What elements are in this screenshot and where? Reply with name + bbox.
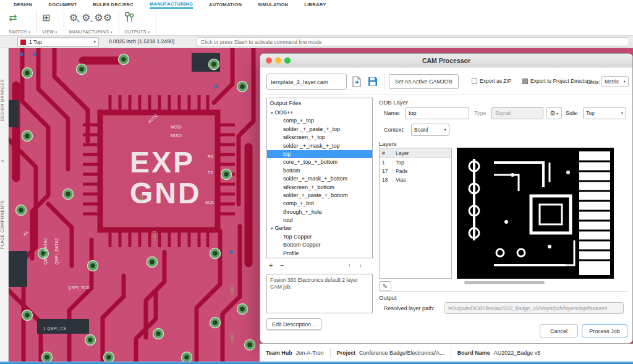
units-select[interactable]: Metric▾: [601, 76, 629, 87]
export-project-dir-checkbox[interactable]: Export to Project Directory: [522, 78, 592, 84]
output-file-bottom[interactable]: bottom: [267, 167, 372, 175]
pcb-silkscreen-label: SCK: [205, 200, 215, 205]
dialog-titlebar[interactable]: CAM Processor: [260, 54, 632, 67]
output-file-odb[interactable]: ▾ODB++: [267, 109, 372, 117]
add-output-button[interactable]: +: [269, 261, 273, 269]
toolbar-group-label[interactable]: VIEW ▾: [42, 30, 57, 34]
edit-layers-pencil-icon[interactable]: ✎: [379, 281, 391, 291]
pcb-silkscreen-label: +3V3: [230, 285, 234, 295]
section-divider: [260, 95, 632, 95]
output-file-silkscreen-bottom[interactable]: silkscreen_+_bottom: [267, 184, 372, 192]
layers-table: #Layer 1Top17Pads18Vias: [379, 148, 452, 279]
cam-processor-dialog: CAM Processor template_2_layer.cam Set A…: [260, 53, 633, 344]
layer-row-vias[interactable]: 18Vias: [380, 176, 451, 184]
expand-caret-icon[interactable]: ▾: [271, 111, 273, 115]
board-name-status: Board Name AU2022_Badge v5: [451, 344, 547, 362]
pcb-silkscreen-label: +3V3: [140, 193, 144, 204]
output-file-silkscreen-top[interactable]: silkscreen_+_top: [267, 133, 372, 142]
context-label: Context:: [384, 127, 405, 133]
pcb-silkscreen-label: +3V3: [152, 231, 156, 241]
place-components-tab[interactable]: PLACE COMPONENTS: [0, 178, 9, 271]
layers-col-: #: [380, 150, 393, 156]
output-file-top[interactable]: top: [267, 150, 372, 158]
layer-selector[interactable]: 1 Top ▾: [17, 37, 99, 47]
grid-view-icon[interactable]: ⊞: [42, 13, 50, 23]
output-file-top-copper[interactable]: Top Copper: [267, 233, 372, 241]
project-status: Project Conference Badge/Electronics/A..…: [331, 344, 451, 362]
command-line-input[interactable]: [197, 37, 629, 46]
output-file-through-hole[interactable]: through_+_hole: [267, 208, 372, 216]
output-file-gerber[interactable]: ▾Gerber: [267, 224, 372, 232]
output-file-rout[interactable]: rout: [267, 216, 372, 224]
switch-icon[interactable]: ⇄: [9, 13, 17, 23]
checkbox-label: Export to Project Directory: [530, 78, 592, 84]
resolved-path-label: Resolved layer path:: [384, 305, 435, 311]
menu-rules-drc-erc[interactable]: RULES DRC/ERC: [93, 1, 134, 8]
layers-col-layer: Layer: [393, 150, 451, 156]
toolbar-group-label[interactable]: SWITCH ▾: [9, 30, 30, 34]
output-file-comp-top[interactable]: comp_+_top: [267, 117, 372, 125]
side-select[interactable]: Top▾: [583, 107, 626, 119]
output-file-core-top-bottom[interactable]: core_+_top_+_bottom: [267, 158, 372, 166]
menu-manufacturing[interactable]: MANUFACTURING: [150, 0, 193, 9]
checkbox-icon[interactable]: [522, 78, 528, 84]
pcb-silkscreen-label: TX: [208, 171, 213, 175]
chevron-down-icon: ▾: [93, 40, 96, 44]
status-footer: Team Hub Jon-A-Tron Project Conference B…: [260, 344, 633, 362]
testpoint-icon[interactable]: [124, 12, 134, 25]
output-file-solder-paste-top[interactable]: solder _+_paste_+_top: [267, 125, 372, 133]
layer-row-pads[interactable]: 17Pads: [380, 167, 451, 176]
preview-scrollbar[interactable]: [464, 281, 545, 284]
checkbox-icon[interactable]: [472, 78, 477, 84]
export-zip-checkbox[interactable]: Export as ZIP: [472, 78, 512, 84]
menu-design[interactable]: DESIGN: [14, 1, 33, 8]
layer-row-top[interactable]: 1Top: [380, 158, 451, 167]
app-window: DESIGNDOCUMENTRULES DRC/ERCMANUFACTURING…: [0, 0, 633, 364]
menu-automation[interactable]: AUTOMATION: [209, 1, 242, 8]
output-file-comp-bot[interactable]: comp_+_bot: [267, 200, 372, 208]
panel-expand-icon[interactable]: »: [1, 158, 4, 164]
load-camjob-icon[interactable]: [349, 74, 364, 89]
output-file-solder-mask-top[interactable]: solder _+_mask_+_top: [267, 142, 372, 150]
move-up-icon[interactable]: ↑: [348, 261, 351, 269]
move-down-icon[interactable]: ↓: [359, 261, 362, 269]
gear-edit-icon[interactable]: ⚙✎: [69, 13, 78, 23]
layers-header: Layers: [379, 140, 397, 147]
output-file-profile[interactable]: Profile: [267, 250, 372, 258]
process-job-button[interactable]: Process Job: [582, 324, 627, 337]
save-camjob-icon[interactable]: [365, 74, 380, 89]
layer-settings-gear-icon[interactable]: ⚙▾: [546, 107, 562, 119]
toolbar-group-label[interactable]: OUTPUTS ▾: [124, 30, 150, 34]
camjob-description[interactable]: Fusion 360 Electronics default 2 layer C…: [266, 274, 373, 313]
toolbar-divider: [156, 11, 156, 33]
expand-caret-icon[interactable]: ▾: [271, 226, 273, 231]
gear-inspect-icon[interactable]: ⚙⌖: [82, 13, 90, 23]
menu-library[interactable]: LIBRARY: [304, 1, 326, 8]
output-file-solder-paste-bottom[interactable]: solder_+_paste_+_bottom: [267, 192, 372, 200]
menu-simulation[interactable]: SIMULATION: [258, 1, 288, 8]
gears-icon[interactable]: ⚙⚙: [94, 13, 112, 23]
layer-preview-image: [457, 148, 614, 279]
set-active-camjob-button[interactable]: Set As Active CAMJOB: [389, 74, 459, 89]
context-select[interactable]: Board▾: [411, 124, 449, 136]
layer-type-input: Signal: [491, 107, 543, 119]
chevron-down-icon: ▾: [624, 79, 626, 84]
menu-document[interactable]: DOCUMENT: [49, 1, 77, 8]
list-actions-row: + − ↑ ↓: [266, 261, 373, 270]
remove-output-button[interactable]: −: [280, 261, 284, 269]
cancel-button[interactable]: Cancel: [540, 324, 578, 337]
window-bottom-edge: [0, 362, 633, 364]
pcb-silkscreen-label: +3V3: [230, 333, 234, 344]
design-manager-tab[interactable]: DESIGN MANAGER: [0, 57, 9, 143]
cam-file-field[interactable]: template_2_layer.cam: [266, 74, 347, 90]
resolved-path-field: #Outputs/ODBFiles/au2022_badge_v5/steps/…: [444, 302, 624, 314]
toolbar-group-label[interactable]: MANUFACTURING ▾: [69, 30, 113, 34]
output-file-solder-mask-bottom[interactable]: solder_+_mask_+_bottom: [267, 175, 372, 183]
edit-description-button[interactable]: Edit Description...: [266, 318, 321, 330]
output-file-bottom-copper[interactable]: Bottom Copper: [267, 241, 372, 249]
layer-name-input[interactable]: top: [405, 107, 469, 119]
layers-table-header: #Layer: [380, 148, 451, 158]
chevron-down-icon: ▾: [621, 111, 623, 116]
type-label: Type: [474, 110, 486, 116]
output-section-header: Output: [379, 294, 397, 301]
